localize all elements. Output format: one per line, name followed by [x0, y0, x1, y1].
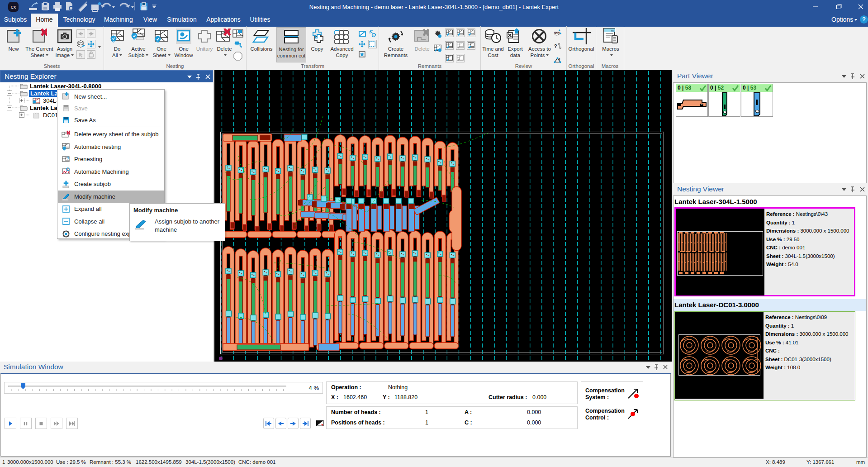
svg-text:?: ? — [554, 43, 557, 48]
svg-text:?: ? — [66, 156, 69, 161]
svg-text:-πx: -πx — [610, 29, 614, 32]
svg-text:?: ? — [558, 57, 560, 61]
